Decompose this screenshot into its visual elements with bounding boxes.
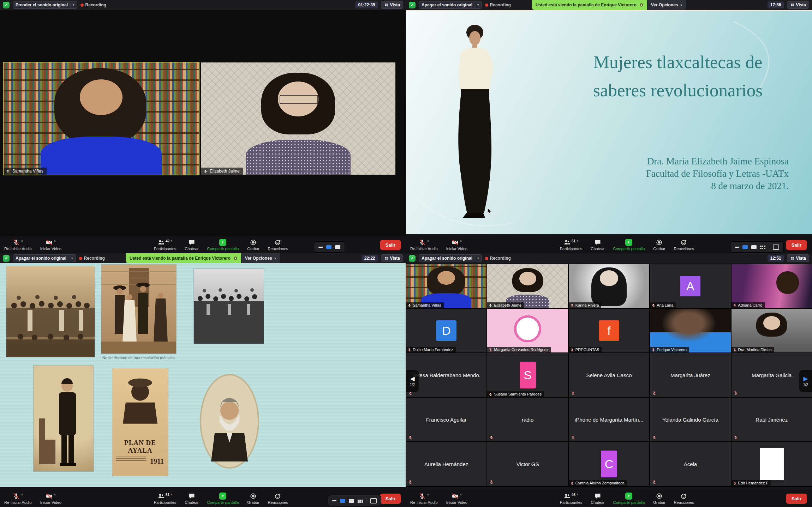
share-screen-button[interactable]: Compartir pantalla: [203, 490, 243, 507]
minimize-view-icon[interactable]: [318, 247, 323, 248]
speaker-view-icon[interactable]: [326, 245, 332, 249]
participant-tile[interactable]: Margarita Cervantes-Rodríguez: [487, 309, 568, 352]
video-button[interactable]: ∧ Iniciar Video: [36, 236, 66, 253]
share-screen-button[interactable]: Compartir pantalla: [609, 236, 649, 253]
chevron-up-icon[interactable]: ∧: [427, 493, 429, 496]
reactions-button[interactable]: Reacciones: [670, 490, 698, 507]
minimize-view-icon[interactable]: [332, 500, 336, 501]
chat-button[interactable]: Chatear: [180, 236, 203, 253]
original-sound-button[interactable]: Apagar el sonido original ▾: [13, 254, 76, 262]
share-screen-button[interactable]: Compartir pantalla: [609, 490, 649, 507]
chevron-up-icon[interactable]: ∧: [577, 239, 579, 242]
leave-meeting-button[interactable]: Salir: [786, 494, 807, 504]
reactions-button[interactable]: Reacciones: [670, 236, 698, 253]
chevron-up-icon[interactable]: ∧: [21, 493, 23, 496]
list-view-icon[interactable]: [349, 499, 354, 503]
video-button[interactable]: ∧ Iniciar Video: [442, 490, 472, 507]
list-view-icon[interactable]: [751, 245, 757, 249]
chevron-up-icon[interactable]: ∧: [54, 493, 56, 496]
audio-button[interactable]: ∧ Re-Iniciar Audio: [0, 236, 36, 253]
record-button[interactable]: Grabar: [649, 236, 669, 253]
gallery-view-icon[interactable]: [358, 499, 363, 503]
record-button[interactable]: Grabar: [243, 236, 263, 253]
participant-tile[interactable]: Acela: [650, 442, 730, 486]
original-sound-button[interactable]: Prender el sonido original ▾: [13, 1, 77, 9]
participant-tile[interactable]: Edit Hernández F: [732, 442, 812, 486]
participants-button[interactable]: 42∧ Participantes: [150, 236, 181, 253]
original-sound-button[interactable]: Apagar el sonido original ▾: [419, 254, 482, 262]
gallery-prev-page-button[interactable]: ◀ 1/2: [406, 370, 419, 392]
gallery-next-page-button[interactable]: ▶ 1/2: [799, 370, 812, 392]
participant-tile[interactable]: Enrique Victorero: [650, 309, 730, 352]
thumbnail-view-icon[interactable]: [370, 498, 377, 503]
share-screen-button[interactable]: Compartir pantalla: [203, 236, 243, 253]
participant-tile[interactable]: Karina Rivera: [569, 264, 649, 308]
minimize-view-icon[interactable]: [735, 247, 739, 248]
audio-button[interactable]: ∧ Re-Iniciar Audio: [406, 490, 442, 507]
list-view-icon[interactable]: [335, 245, 340, 249]
reactions-button[interactable]: Reacciones: [264, 490, 292, 507]
gallery-view-icon[interactable]: [760, 245, 765, 249]
ver-opciones-button[interactable]: Ver Opciones ∨: [647, 0, 686, 10]
participant-tile[interactable]: Selene Avila Casco: [569, 353, 649, 397]
security-shield-icon[interactable]: ✓: [3, 2, 10, 8]
security-shield-icon[interactable]: ✓: [409, 2, 416, 8]
audio-button[interactable]: ∧ Re-Iniciar Audio: [0, 490, 36, 507]
vista-button[interactable]: Vista: [381, 1, 403, 9]
reactions-button[interactable]: Reacciones: [264, 236, 292, 253]
participant-tile[interactable]: C Cynthia Aislinn Zempoalteca: [569, 442, 649, 486]
thumbnail-view-icon[interactable]: [773, 245, 779, 250]
security-shield-icon[interactable]: ✓: [3, 255, 10, 262]
security-shield-icon[interactable]: ✓: [409, 255, 416, 262]
participant-tile[interactable]: Adriana Carro: [732, 264, 812, 308]
participant-tile[interactable]: Francisco Aguilar: [406, 398, 486, 441]
participant-tile[interactable]: iPhone de Margarita Martín...: [569, 398, 649, 441]
chevron-up-icon[interactable]: ∧: [460, 239, 462, 242]
participants-button[interactable]: 46∧ Participantes: [556, 490, 587, 507]
speaker-view-icon[interactable]: [340, 499, 345, 503]
participant-tile[interactable]: Victor GS: [487, 442, 568, 486]
chevron-up-icon[interactable]: ∧: [460, 493, 462, 496]
video-button[interactable]: ∧ Iniciar Video: [442, 236, 472, 253]
chevron-up-icon[interactable]: ∧: [21, 239, 23, 242]
vista-button[interactable]: Vista: [381, 254, 403, 262]
chevron-up-icon[interactable]: ∧: [54, 239, 56, 242]
ver-opciones-button[interactable]: Ver Opciones ∨: [241, 253, 280, 263]
participant-tile[interactable]: radio: [487, 398, 568, 441]
audio-button[interactable]: ∧ Re-Iniciar Audio: [406, 236, 442, 253]
participant-tile[interactable]: Margarita Juárez: [650, 353, 730, 397]
participants-button[interactable]: 61∧ Participantes: [556, 236, 587, 253]
vista-button[interactable]: Vista: [787, 1, 809, 9]
chat-button[interactable]: Chatear: [180, 490, 203, 507]
participant-tile[interactable]: f PREGUNTAS: [569, 309, 649, 352]
original-sound-button[interactable]: Apagar el sonido original ▾: [419, 1, 482, 9]
leave-meeting-button[interactable]: Salir: [380, 240, 401, 250]
chevron-up-icon[interactable]: ∧: [171, 493, 173, 496]
view-mode-strip[interactable]: [328, 495, 381, 506]
participant-tile[interactable]: S Susana Sarmiento Paredes: [487, 353, 568, 397]
chat-button[interactable]: Chatear: [586, 236, 609, 253]
participant-tile[interactable]: Raúl Jiménez: [732, 398, 812, 441]
record-button[interactable]: Grabar: [243, 490, 263, 507]
view-mode-strip[interactable]: [730, 241, 784, 253]
leave-meeting-button[interactable]: Salir: [786, 240, 807, 250]
chevron-up-icon[interactable]: ∧: [171, 239, 173, 242]
record-button[interactable]: Grabar: [649, 490, 669, 507]
participant-tile[interactable]: Elizabeth Jaime: [487, 264, 568, 308]
participant-tile[interactable]: Aurelia Hernàndez: [406, 442, 486, 486]
participant-tile[interactable]: D Dulce María Fernández: [406, 309, 486, 352]
participant-tile[interactable]: A Ana Luna: [650, 264, 730, 308]
video-tile-elizabeth[interactable]: Elizabeth Jaime: [200, 62, 396, 175]
vista-button[interactable]: Vista: [787, 254, 809, 262]
chevron-up-icon[interactable]: ∧: [577, 493, 579, 496]
chat-button[interactable]: Chatear: [586, 490, 609, 507]
participant-tile[interactable]: Yolanda Galindo García: [650, 398, 730, 441]
leave-meeting-button[interactable]: Salir: [380, 494, 401, 504]
participants-button[interactable]: 51∧ Participantes: [150, 490, 181, 507]
participant-tile[interactable]: Dra. Martina Dimas: [732, 309, 812, 352]
speaker-view-icon[interactable]: [742, 245, 748, 249]
video-tile-samantha[interactable]: Samantha Viñas: [3, 62, 199, 175]
chevron-up-icon[interactable]: ∧: [427, 239, 429, 242]
participant-tile[interactable]: Samantha Viñas: [406, 264, 486, 308]
view-mode-strip[interactable]: [314, 241, 345, 253]
